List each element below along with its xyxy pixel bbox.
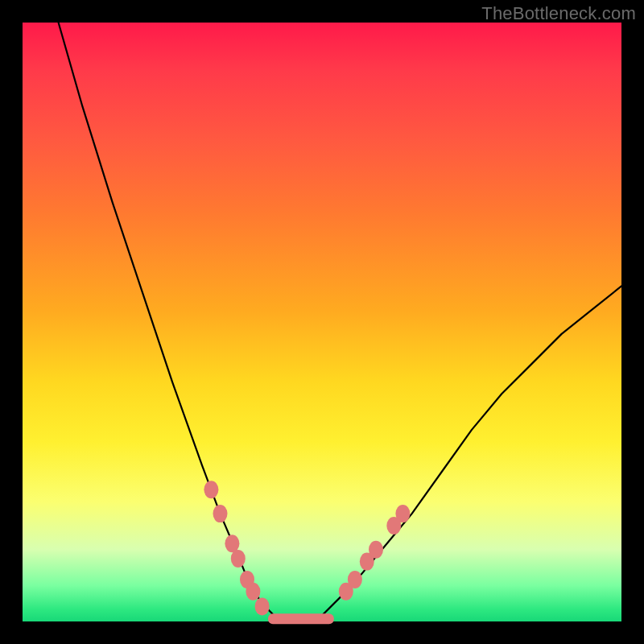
chart-frame: TheBottleneck.com [0, 0, 644, 644]
bottleneck-curve [59, 23, 621, 621]
watermark-text: TheBottleneck.com [481, 3, 636, 24]
salmon-dot [255, 597, 270, 615]
salmon-dot [246, 583, 260, 601]
plot-area [23, 23, 621, 621]
salmon-dot [348, 571, 362, 588]
salmon-dots-group [204, 481, 410, 615]
salmon-dot [231, 550, 246, 568]
salmon-bar [268, 613, 334, 624]
salmon-dot [213, 505, 228, 522]
chart-svg [23, 23, 621, 621]
salmon-dot [204, 481, 218, 498]
salmon-dot [395, 505, 410, 522]
salmon-dot [369, 541, 383, 559]
